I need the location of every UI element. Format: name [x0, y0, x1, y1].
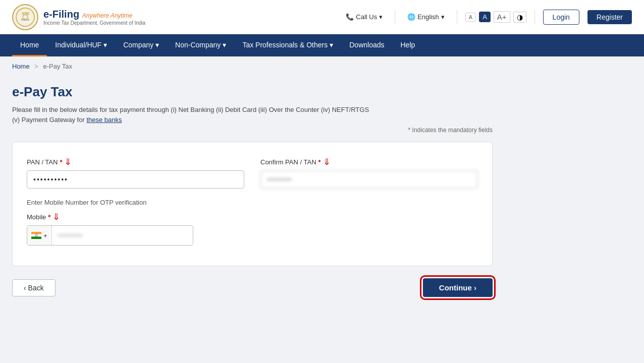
chevron-down-icon: ▾	[223, 41, 226, 49]
nav-non-company-label: Non-Company	[175, 41, 221, 49]
divider3	[534, 10, 535, 24]
nav-downloads[interactable]: Downloads	[341, 34, 392, 56]
confirm-pan-arrow-icon: ⇓	[323, 156, 331, 167]
mobile-label: Mobile * ⇓	[27, 211, 478, 222]
breadcrumb-home[interactable]: Home	[12, 63, 30, 70]
mandatory-note: * Indicates the mandatory fields	[12, 127, 493, 134]
font-medium-button[interactable]: A	[479, 12, 491, 22]
divider	[395, 10, 395, 24]
logo: भारत INDIA e-Filing Anywhere Anytime Inc…	[12, 4, 145, 30]
chevron-down-icon: ▾	[103, 41, 107, 49]
mobile-required: *	[48, 213, 50, 221]
call-us-button[interactable]: 📞 Call Us ▾	[342, 11, 387, 23]
nav-help[interactable]: Help	[393, 34, 423, 56]
india-flag-icon	[31, 232, 41, 239]
svg-point-9	[36, 235, 37, 236]
nav-home[interactable]: Home	[12, 34, 47, 56]
country-code: +	[43, 232, 47, 239]
main-nav: Home Individual/HUF ▾ Company ▾ Non-Comp…	[0, 34, 644, 56]
continue-button[interactable]: Continue ›	[423, 278, 493, 297]
main-content: e-Pay Tax Please fill in the below detai…	[0, 76, 505, 317]
pan-row: PAN / TAN * ⇓ Confirm PAN / TAN * ⇓	[27, 156, 478, 189]
back-button[interactable]: ‹ Back	[12, 279, 56, 296]
logo-subtitle: Income Tax Department, Government of Ind…	[43, 20, 145, 26]
confirm-pan-label: Confirm PAN / TAN * ⇓	[260, 156, 478, 167]
mobile-input[interactable]	[52, 227, 193, 244]
pan-group: PAN / TAN * ⇓	[27, 156, 244, 189]
tagline: Anywhere Anytime	[82, 12, 133, 19]
phone-icon: 📞	[346, 13, 354, 21]
efiling-brand: e-Filing Anywhere Anytime	[43, 9, 145, 20]
register-button[interactable]: Register	[587, 10, 632, 24]
pan-required: *	[60, 158, 62, 166]
page-title: e-Pay Tax	[12, 84, 493, 100]
header: भारत INDIA e-Filing Anywhere Anytime Inc…	[0, 0, 644, 34]
nav-company-label: Company	[123, 41, 153, 49]
nav-individual-huf[interactable]: Individual/HUF ▾	[47, 34, 115, 56]
nav-company[interactable]: Company ▾	[115, 34, 167, 56]
confirm-pan-required: *	[318, 158, 321, 166]
nav-tax-professionals[interactable]: Tax Professionals & Others ▾	[234, 34, 341, 56]
emblem-icon: भारत INDIA	[12, 4, 38, 30]
svg-rect-7	[31, 236, 41, 239]
login-button[interactable]: Login	[543, 10, 579, 25]
chevron-down-icon: ▾	[330, 41, 333, 49]
globe-icon: 🌐	[407, 13, 415, 21]
mobile-arrow-icon: ⇓	[52, 211, 60, 222]
chevron-down-icon: ▾	[441, 13, 445, 21]
header-controls: 📞 Call Us ▾ 🌐 English ▾ A A A+ ◑ Login R…	[342, 10, 632, 25]
chevron-down-icon: ▾	[379, 13, 383, 21]
breadcrumb-separator: >	[34, 63, 38, 70]
nav-downloads-label: Downloads	[349, 41, 384, 49]
mobile-section: Enter Mobile Number for OTP verification…	[27, 199, 478, 246]
nav-home-label: Home	[20, 41, 39, 49]
confirm-pan-input[interactable]	[260, 170, 478, 189]
font-large-button[interactable]: A+	[494, 11, 510, 23]
language-selector[interactable]: 🌐 English ▾	[403, 11, 449, 23]
nav-help-label: Help	[401, 41, 415, 49]
breadcrumb: Home > e-Pay Tax	[0, 56, 644, 76]
form-card: PAN / TAN * ⇓ Confirm PAN / TAN * ⇓ Ente…	[12, 142, 493, 266]
divider2	[457, 10, 457, 24]
pan-arrow-icon: ⇓	[64, 156, 72, 167]
pan-input[interactable]	[27, 170, 244, 189]
font-controls: A A A+ ◑	[465, 11, 526, 23]
font-small-button[interactable]: A	[465, 13, 476, 22]
mobile-input-wrapper: +	[27, 225, 193, 246]
page-description: Please fill in the below details for tax…	[12, 105, 493, 125]
nav-individual-label: Individual/HUF	[55, 41, 101, 49]
svg-text:भारत: भारत	[22, 12, 29, 16]
pan-label: PAN / TAN * ⇓	[27, 156, 244, 167]
logo-text: e-Filing Anywhere Anytime Income Tax Dep…	[43, 9, 145, 26]
nav-non-company[interactable]: Non-Company ▾	[167, 34, 234, 56]
action-row: ‹ Back Continue ›	[12, 278, 493, 297]
nav-tax-professionals-label: Tax Professionals & Others	[242, 41, 328, 49]
mobile-hint: Enter Mobile Number for OTP verification	[27, 199, 478, 206]
banks-link[interactable]: these banks	[86, 116, 122, 124]
chevron-down-icon: ▾	[155, 41, 159, 49]
contrast-button[interactable]: ◑	[513, 12, 526, 23]
confirm-pan-group: Confirm PAN / TAN * ⇓	[260, 156, 478, 189]
flag-prefix: +	[27, 226, 52, 245]
svg-rect-5	[31, 232, 41, 234]
breadcrumb-current: e-Pay Tax	[43, 63, 73, 70]
